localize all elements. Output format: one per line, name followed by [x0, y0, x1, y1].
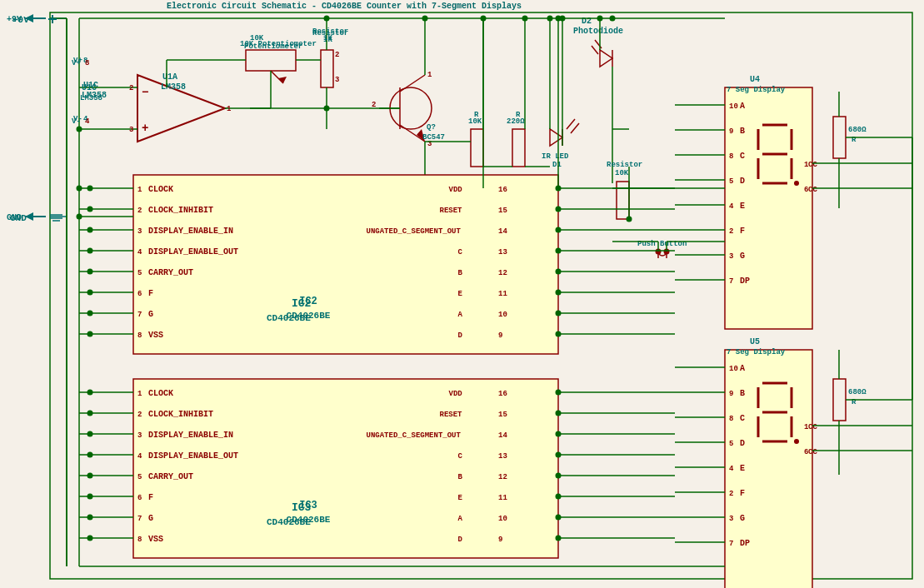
page-title: Electronic Circuit Schematic - CD4026BE … — [167, 2, 522, 11]
